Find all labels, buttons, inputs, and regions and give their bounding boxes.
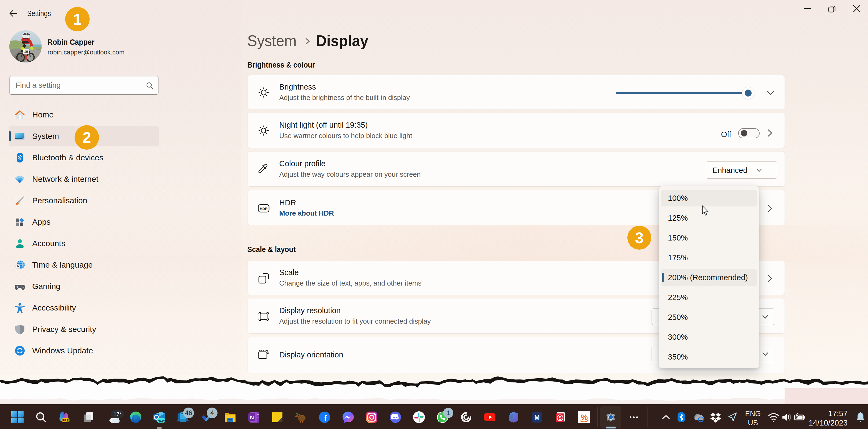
svg-text:HDR: HDR — [260, 207, 268, 211]
svg-text:10: 10 — [24, 50, 28, 54]
svg-text:17°: 17° — [114, 411, 122, 417]
svg-text:PRE: PRE — [62, 419, 69, 422]
svg-text:NEW: NEW — [158, 419, 165, 422]
svg-text:$: $ — [559, 415, 562, 421]
svg-text:%: % — [581, 412, 588, 422]
svg-text:f: f — [324, 414, 327, 423]
svg-text:N: N — [250, 414, 254, 421]
svg-text:M: M — [534, 414, 540, 421]
